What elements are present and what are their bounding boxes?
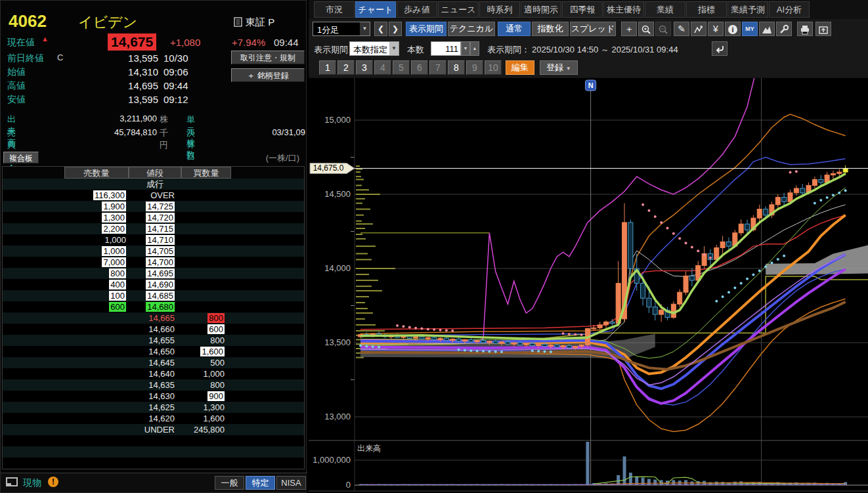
price-cell[interactable]: 14,650 [148,347,175,356]
orderbook-row[interactable]: 14,690400 [3,279,304,290]
period-mode-dropdown[interactable]: 本数指定 ▼ [349,41,399,56]
price-cell[interactable]: UNDER [144,425,175,435]
price-cell[interactable]: 14,705 [146,246,175,256]
toolbar-button-5[interactable]: スプレッド [570,22,616,36]
timeframe-dropdown[interactable]: 1分足 ▼ [313,22,370,36]
orderbook-row[interactable]: 14,7251,900 [3,201,304,212]
toolbar-button-1[interactable]: 表示期間 [406,22,446,36]
orderbook-row[interactable]: 14,695800 [3,268,304,279]
orderbook-row[interactable]: 14,6251,300 [3,402,304,413]
tab-8[interactable]: 株主優待 [603,1,644,18]
orderbook-row[interactable]: 14,645500 [3,357,304,368]
tab-2[interactable]: チャート [355,1,396,18]
chart-page-9[interactable]: 9 [466,60,483,75]
account-type-2[interactable]: 特定 [246,476,275,490]
tab-11[interactable]: 業績予測 [727,1,768,18]
chart-page-1[interactable]: 1 [319,60,336,75]
price-cell[interactable]: 14,690 [146,280,175,289]
tab-9[interactable]: 業績 [645,1,685,18]
tab-1[interactable]: 市況 [314,1,355,18]
candlestick-chart-svg[interactable]: 15,00014,50014,00013,50013,00014,675.0N出… [309,77,868,493]
next-button[interactable]: ❯ [389,22,402,36]
reset-period-button[interactable] [712,41,727,56]
count-down-spinner[interactable]: ▼ [461,41,470,56]
orderbook-row[interactable]: 14,630900 [3,391,304,402]
chart-page-8[interactable]: 8 [448,60,465,75]
tab-5[interactable]: 時系列 [479,1,520,18]
price-cell[interactable]: 14,680 [146,302,175,312]
orderbook-row[interactable]: 成行 [3,179,304,190]
toolbar-button-4[interactable]: 指数化 [532,22,569,36]
crosshair-plus-button[interactable]: ＋ [621,22,637,36]
trade-caution-button[interactable]: 取引注意・規制 [231,51,305,64]
price-cell[interactable]: 14,630 [148,391,175,401]
price-cell[interactable]: 14,645 [148,358,175,368]
edit-button[interactable]: 編集 [506,60,534,75]
orderbook-row[interactable]: 14,635800 [3,379,304,391]
print-button[interactable] [797,22,813,36]
price-cell[interactable]: 14,620 [148,414,175,423]
price-cell[interactable]: 14,695 [146,268,175,278]
orderbook-row[interactable]: 14,680600 [3,301,304,312]
price-cell[interactable]: 14,685 [146,291,175,301]
price-cell[interactable]: 14,640 [148,369,175,379]
account-type-1[interactable]: 一般 [215,476,244,490]
price-cell[interactable]: 14,700 [146,257,175,267]
composite-board-button[interactable]: 複合板 [3,152,39,163]
orderbook-row[interactable]: 14,665800 [3,312,304,324]
price-chart[interactable]: 15,00014,50014,00013,50013,00014,675.0N出… [309,77,868,493]
add-watchlist-button[interactable]: ＋ 銘柄登録 [231,68,305,82]
orderbook-row[interactable]: 14,7051,000 [3,246,304,257]
trendline-button[interactable] [691,22,706,36]
orderbook-row[interactable]: 14,6501,600 [3,346,304,357]
price-cell[interactable]: 14,720 [146,213,175,223]
prev-button[interactable]: ❮ [374,22,387,36]
my-indicator-button[interactable]: MY [742,22,758,36]
tab-4[interactable]: ニュース [438,1,479,18]
zoom-out-button[interactable] [655,22,671,36]
popout-window-button[interactable] [815,22,831,36]
chart-page-5[interactable]: 5 [393,60,410,75]
tab-3[interactable]: 歩み値 [397,1,437,18]
register-dropdown-button[interactable]: 登録 ▼ [540,60,578,75]
orderbook-row[interactable]: 14,655800 [3,335,304,346]
price-cell[interactable]: 14,715 [146,224,175,234]
chart-page-2[interactable]: 2 [337,60,355,75]
orderbook-row[interactable]: 14,6401,000 [3,368,304,379]
chart-page-3[interactable]: 3 [356,60,373,75]
account-type-3[interactable]: NISA [276,476,306,490]
price-cell[interactable]: 14,725 [146,202,175,211]
price-cell[interactable]: 14,710 [146,235,175,245]
draw-pencil-button[interactable]: ✎ [674,22,689,36]
orderbook-row[interactable]: 14,7007,000 [3,257,304,268]
price-cell[interactable]: 14,665 [148,313,175,323]
orderbook-row[interactable]: 14,7152,200 [3,223,304,234]
tab-10[interactable]: 指標 [686,1,727,18]
price-cell[interactable]: OVER [150,190,175,200]
settings-wrench-button[interactable] [776,22,792,36]
price-cell[interactable]: 14,635 [148,380,175,390]
yen-scale-button[interactable]: ¥ [708,22,724,36]
chart-page-4[interactable]: 4 [374,60,391,75]
zoom-in-button[interactable] [638,22,654,36]
tab-12[interactable]: AI分析 [769,1,810,18]
orderbook-row[interactable]: 14,7101,000 [3,234,304,246]
price-cell[interactable]: 14,625 [148,402,175,412]
price-cell[interactable]: 14,660 [148,324,175,334]
chart-page-6[interactable]: 6 [411,60,428,75]
warning-icon[interactable]: ! [48,477,58,487]
orderbook-row[interactable]: 14,660600 [3,324,304,335]
orderbook-row[interactable]: 14,6201,600 [3,413,304,424]
orderbook-row[interactable]: 14,7201,300 [3,212,304,223]
mountain-chart-button[interactable] [759,22,775,36]
orderbook-row[interactable]: OVER116,300 [3,190,304,201]
tab-7[interactable]: 四季報 [562,1,603,18]
info-button[interactable]: i [725,22,741,36]
bar-count-input[interactable] [431,41,461,56]
chart-page-7[interactable]: 7 [429,60,446,75]
toolbar-button-2[interactable]: テクニカル [448,22,495,36]
price-cell[interactable]: 14,655 [148,335,175,345]
orderbook-row[interactable]: 14,685100 [3,290,304,301]
count-up-spinner[interactable]: ▲ [470,41,479,56]
orderbook-row[interactable]: UNDER245,800 [3,424,304,435]
